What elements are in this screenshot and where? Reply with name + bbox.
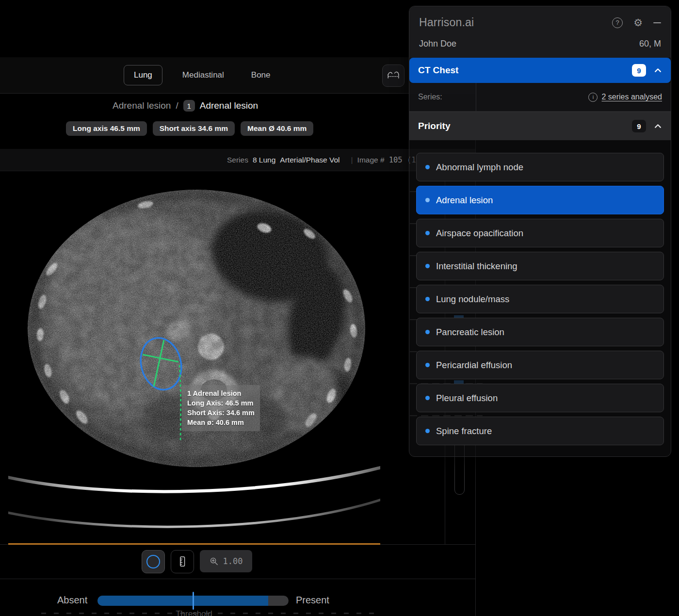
ct-axial-slice [8,175,380,543]
priority-item-interstitial-thickening[interactable]: Interstitial thickening [416,252,664,280]
panel-series-row: Series: i 2 series analysed [409,83,671,112]
priority-item-label: Airspace opacification [436,228,523,239]
harrison-panel: Harrison.ai ? ⚙ John Doe 60, M CT Chest … [409,6,671,457]
priority-item-abnormal-lymph-node[interactable]: Abnormal lymph node [416,153,664,181]
divider [0,579,475,579]
tab-strip: LungMediastinalBone [124,57,278,93]
app-window: LungMediastinalBone Adrenal lesion / 1 A… [0,0,679,616]
series-phase: Arterial/Phase Vol [280,156,340,164]
priority-item-label: Abnormal lymph node [436,162,523,173]
finding-bullet-icon [425,231,430,235]
threshold-slider[interactable] [97,596,289,606]
priority-item-pancreatic-lesion[interactable]: Pancreatic lesion [416,318,664,346]
breadcrumb-current: Adrenal lesion [200,100,258,111]
series-info-bar: Series 8 Lung Arterial/Phase Vol | Image… [0,149,475,171]
priority-item-label: Interstitial thickening [436,261,517,272]
lesion-tooltip: 1 Adrenal lesion Long Axis: 46.5 mm Shor… [182,385,260,431]
finding-bullet-icon [425,429,430,433]
measurement-chip: Mean Ø 40.6 mm [241,121,313,136]
caliper-icon [386,69,401,82]
priority-item-label: Pericardial effusion [436,360,512,371]
finding-index-badge: 1 [183,100,195,112]
priority-item-pleural-effusion[interactable]: Pleural effusion [416,384,664,412]
finding-bullet-icon [425,396,430,400]
finding-bullet-icon [425,165,430,169]
measurement-chip: Long axis 46.5 mm [66,121,147,136]
zoom-level-value: 1.00 [223,556,243,566]
collapse-chevron-icon[interactable] [654,66,662,75]
finding-bullet-icon [425,297,430,301]
priority-list: Abnormal lymph nodeAdrenal lesionAirspac… [409,140,671,456]
series-divider: | [351,156,353,164]
tooltip-title: 1 Adrenal lesion [187,389,255,398]
priority-item-label: Spine fracture [436,426,492,437]
priority-item-adrenal-lesion[interactable]: Adrenal lesion [416,186,664,214]
study-findings-badge: 9 [632,64,646,77]
priority-item-lung-nodule-mass[interactable]: Lung nodule/mass [416,285,664,313]
threshold-absent-label: Absent [57,595,87,606]
ellipse-tool-icon [146,555,160,568]
series-analysed-link[interactable]: 2 series analysed [601,93,662,101]
priority-item-pericardial-effusion[interactable]: Pericardial effusion [416,351,664,379]
priority-section-header[interactable]: Priority 9 [409,112,671,140]
measurement-chips: Long axis 46.5 mmShort axis 34.6 mmMean … [66,121,313,136]
view-tab-bar: LungMediastinalBone [0,57,475,93]
priority-item-label: Adrenal lesion [436,195,493,206]
priority-count-badge: 9 [632,120,646,132]
breadcrumb: Adrenal lesion / 1 Adrenal lesion [113,100,258,112]
priority-item-label: Pleural effusion [436,393,498,404]
scroll-position-indicator[interactable] [8,543,380,545]
ruler-icon [177,555,188,568]
finding-bullet-icon [425,198,430,202]
measurement-tool-button[interactable] [382,65,404,87]
priority-item-label: Pancreatic lesion [436,327,504,338]
tab-bone[interactable]: Bone [244,65,278,85]
finding-bullet-icon [425,264,430,268]
priority-item-airspace-opacification[interactable]: Airspace opacification [416,219,664,247]
divider [0,171,475,171]
finding-bullet-icon [425,330,430,334]
panel-header: Harrison.ai ? ⚙ John Doe 60, M [409,6,671,58]
help-icon[interactable]: ? [612,17,623,28]
image-number-label: Image # [357,156,385,164]
tooltip-short-axis: Short Axis: 34.6 mm [187,408,255,418]
measurement-chip: Short axis 34.6 mm [153,121,235,136]
zoom-in-icon [210,557,219,566]
series-value: 8 Lung [253,156,275,164]
priority-title: Priority [418,121,451,131]
breadcrumb-parent[interactable]: Adrenal lesion [113,100,171,111]
patient-name: John Doe [419,39,456,49]
study-header-bar[interactable]: CT Chest 9 [409,58,671,83]
panel-series-label: Series: [418,93,442,101]
settings-gear-icon[interactable]: ⚙ [633,17,643,28]
threshold-present-label: Present [296,595,329,606]
finding-header: Adrenal lesion / 1 Adrenal lesion Long a… [0,93,409,149]
threshold-tick[interactable] [193,592,194,610]
info-icon[interactable]: i [588,93,598,102]
breadcrumb-separator: / [176,100,178,111]
finding-bullet-icon [425,363,430,367]
ellipse-tool-button[interactable] [142,550,165,573]
tab-lung[interactable]: Lung [124,65,162,85]
tooltip-mean: Mean ø: 40.6 mm [187,418,255,427]
ruler-tool-button[interactable] [171,550,194,573]
priority-item-label: Lung nodule/mass [436,294,509,305]
threshold-caption: Threshold [167,609,221,616]
series-label: Series [227,156,248,164]
tab-mediastinal[interactable]: Mediastinal [175,65,231,85]
ct-image-viewport[interactable]: 1 Adrenal lesion Long Axis: 46.5 mm Shor… [8,175,380,543]
minimize-icon[interactable] [653,22,661,23]
zoom-level-control[interactable]: 1.00 [200,550,252,572]
collapse-chevron-icon[interactable] [654,122,662,130]
patient-demographics: 60, M [639,39,661,49]
threshold-fill [97,596,268,606]
tooltip-long-axis: Long Axis: 46.5 mm [187,398,255,408]
study-title: CT Chest [418,65,458,76]
divider [476,83,476,111]
priority-item-spine-fracture[interactable]: Spine fracture [416,417,664,445]
brand-logo: Harrison.ai [419,16,474,29]
